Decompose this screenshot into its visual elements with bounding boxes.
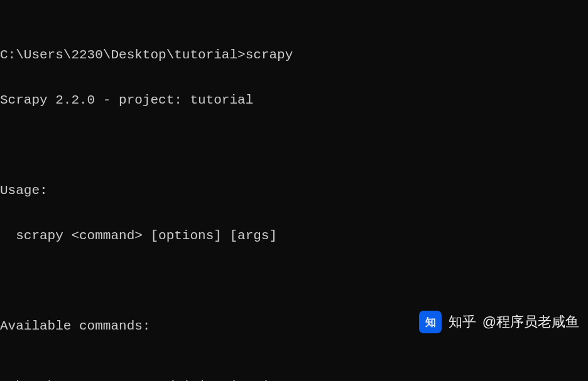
- usage-header: Usage:: [0, 183, 588, 198]
- version-line: Scrapy 2.2.0 - project: tutorial: [0, 93, 588, 108]
- prompt-line: C:\Users\2230\Desktop\tutorial>scrapy: [0, 48, 588, 63]
- svg-text:知: 知: [424, 316, 435, 328]
- watermark-brand: 知乎: [449, 314, 476, 330]
- watermark: 知 知乎 @程序员老咸鱼: [419, 281, 579, 363]
- watermark-author: @程序员老咸鱼: [482, 314, 579, 330]
- terminal-window[interactable]: C:\Users\2230\Desktop\tutorial>scrapy Sc…: [0, 0, 588, 381]
- zhihu-logo-icon: 知: [419, 281, 442, 363]
- usage-line: scrapy <command> [options] [args]: [0, 228, 588, 244]
- blank-line: [0, 138, 588, 153]
- prompt-path: C:\Users\2230\Desktop\tutorial>: [0, 48, 246, 62]
- prompt-command: scrapy: [246, 48, 293, 62]
